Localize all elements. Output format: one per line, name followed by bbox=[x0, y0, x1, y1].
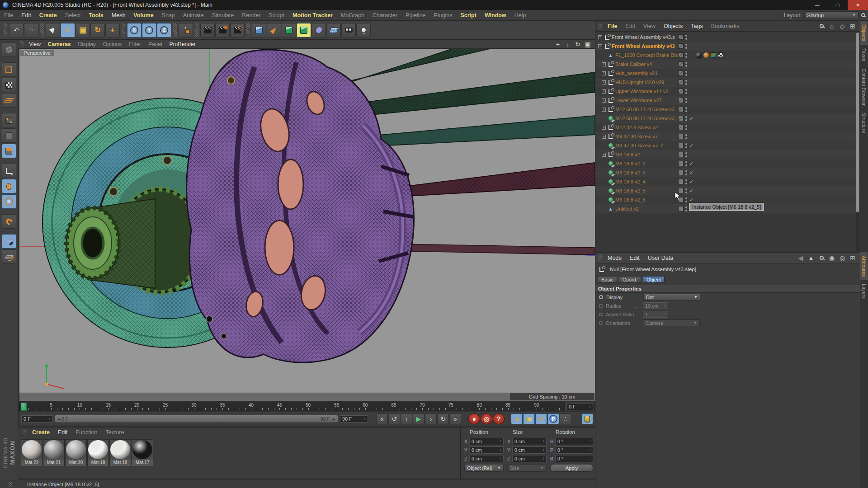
align-workplane-icon[interactable] bbox=[2, 249, 16, 264]
stepper-icon[interactable]: ↕ bbox=[589, 456, 591, 460]
attr-dropdown-display[interactable]: Dot▼ bbox=[643, 294, 700, 300]
texture-tag-icon[interactable] bbox=[696, 52, 702, 58]
menu-item-mode[interactable]: Mode bbox=[604, 255, 626, 261]
tree-row-m6-18-8-v2-2[interactable]: M6 18 8 v2_2✓ bbox=[595, 159, 860, 168]
menu-item-edit[interactable]: Edit bbox=[17, 12, 35, 19]
tree-row-front-wheel-assembly-v43-step[interactable]: -Front Wheel Assembly v43.step bbox=[595, 42, 860, 51]
menu-item-animate[interactable]: Animate bbox=[179, 12, 208, 19]
expand-toggle[interactable]: + bbox=[598, 35, 602, 39]
layer-square[interactable] bbox=[678, 116, 684, 121]
key-rotation-toggle[interactable]: ↻ bbox=[535, 413, 547, 424]
current-frame-field[interactable]: 0 F ↕ bbox=[21, 415, 53, 422]
coord-mode-dropdown-size[interactable]: Size▼ bbox=[507, 464, 547, 472]
camera-icon[interactable] bbox=[341, 23, 356, 38]
attr-field-aspect-ratio[interactable]: 1↕ bbox=[643, 311, 668, 318]
layer-square[interactable] bbox=[678, 179, 684, 184]
stepper-icon[interactable]: ↕ bbox=[542, 456, 544, 460]
tree-row-f1-1000-concept-brake-disc-v7[interactable]: ▲F1_1000 Concept Brake Disc v7 bbox=[595, 51, 860, 60]
minimize-button[interactable]: — bbox=[807, 0, 827, 10]
y-axis-lock-icon[interactable]: Y bbox=[142, 23, 156, 38]
tree-row-lower-wishbone-v27[interactable]: +Lower Wishbone v27 bbox=[595, 96, 860, 105]
apply-button[interactable]: Apply bbox=[550, 464, 593, 472]
keyframe-presets-button[interactable] bbox=[581, 413, 593, 424]
tree-row-m9-47-30-screw-v7-2[interactable]: M9 47 30 Screw v7_2✓ bbox=[595, 141, 860, 150]
tree-row-brake-caliper-v4[interactable]: +Brake Caliper v4 bbox=[595, 60, 860, 69]
menu-item-prorender[interactable]: ProRender bbox=[166, 41, 199, 47]
expand-toggle[interactable]: + bbox=[602, 153, 606, 157]
panel-grip[interactable] bbox=[23, 430, 26, 435]
visibility-dots[interactable] bbox=[685, 80, 687, 85]
stepper-icon[interactable]: ↕ bbox=[589, 404, 591, 409]
coord-field-rotation-h[interactable]: 0 °↕ bbox=[555, 438, 593, 445]
menu-item-edit[interactable]: Edit bbox=[626, 255, 644, 261]
menu-item-motion-tracker[interactable]: Motion Tracker bbox=[288, 12, 337, 19]
layer-square[interactable] bbox=[678, 152, 684, 157]
enable-axis-icon[interactable] bbox=[2, 164, 16, 178]
goto-start-button[interactable]: « bbox=[376, 413, 388, 424]
toolbar-grip[interactable] bbox=[122, 23, 125, 37]
object-manager-scrollbar[interactable] bbox=[856, 33, 859, 251]
timeline-ruler[interactable]: 0 F ↕ 0510152025303540455055606570758085… bbox=[19, 402, 595, 411]
coord-field-position-z[interactable]: 0 cm↕ bbox=[469, 455, 504, 462]
visibility-dots[interactable] bbox=[685, 125, 687, 130]
material-mat-17[interactable]: Mat.17 bbox=[132, 439, 153, 466]
timeline-range-slider[interactable]: ◂ 0 F 90 F ▸ bbox=[55, 415, 338, 423]
tree-row-m6-18-8-v2-4[interactable]: M6 18 8 v2_4✓ bbox=[595, 177, 860, 186]
tree-row-hub-upright-v2-0-v29[interactable]: +HUB Upright V2.0 v29 bbox=[595, 78, 860, 87]
layout-dropdown[interactable]: Startup ▼ bbox=[804, 11, 859, 19]
visibility-dots[interactable] bbox=[685, 62, 687, 67]
keyframe-help-button[interactable]: ? bbox=[493, 413, 505, 424]
tab-coord[interactable]: Coord. bbox=[619, 276, 641, 283]
menu-item-select[interactable]: Select bbox=[61, 12, 85, 19]
spline-pen-icon[interactable] bbox=[267, 23, 281, 38]
menu-item-cameras[interactable]: Cameras bbox=[44, 41, 75, 47]
panel-grip[interactable] bbox=[598, 255, 602, 261]
tree-row-m12-50-80-17-40-screw-v3-2[interactable]: M12 50.80 17.40 Screw v3_2✓ bbox=[595, 114, 860, 123]
coord-field-position-x[interactable]: 0 cm↕ bbox=[469, 438, 504, 445]
undo-icon[interactable]: ↶ bbox=[9, 23, 24, 38]
last-tool-icon[interactable]: + bbox=[105, 23, 120, 38]
menu-item-render[interactable]: Render bbox=[238, 12, 264, 19]
expand-toggle[interactable]: + bbox=[602, 71, 606, 75]
expand-toggle[interactable]: - bbox=[598, 44, 602, 48]
end-frame-field[interactable]: 90 F ↕ bbox=[340, 415, 368, 422]
menu-item-help[interactable]: Help bbox=[510, 12, 530, 19]
coord-field-size-y[interactable]: 0 cm↕ bbox=[512, 446, 547, 454]
expand-toggle[interactable]: + bbox=[602, 62, 606, 66]
stepper-icon[interactable]: ↕ bbox=[500, 448, 501, 452]
toolbar-grip[interactable] bbox=[40, 23, 44, 37]
edges-mode-icon[interactable] bbox=[2, 128, 16, 143]
om-search-icon[interactable] bbox=[818, 23, 825, 29]
make-editable-icon[interactable] bbox=[2, 42, 16, 57]
close-button[interactable]: ✕ bbox=[848, 0, 868, 10]
enabled-check-icon[interactable]: ✓ bbox=[689, 188, 693, 194]
visibility-dots[interactable] bbox=[685, 53, 687, 58]
tab-basic[interactable]: Basic bbox=[598, 276, 617, 283]
menu-item-volume[interactable]: Volume bbox=[129, 12, 157, 19]
visibility-dots[interactable] bbox=[685, 89, 687, 94]
layer-square[interactable] bbox=[678, 89, 684, 94]
tree-row-m12-32-8-screw-v2[interactable]: +M12 32 8 Screw v2 bbox=[595, 123, 860, 132]
layer-square[interactable] bbox=[678, 170, 684, 175]
vp-rotate-icon[interactable]: ↻ bbox=[574, 41, 581, 47]
render-view-icon[interactable] bbox=[200, 23, 215, 38]
phong-tag-icon[interactable] bbox=[703, 52, 709, 58]
visibility-dots[interactable] bbox=[685, 44, 687, 49]
attr-field-radius[interactable]: 10 cm↕ bbox=[643, 302, 668, 309]
om-home-icon[interactable]: ⌂ bbox=[828, 23, 835, 29]
render-settings-icon[interactable] bbox=[230, 23, 245, 38]
menu-item-tags[interactable]: Tags bbox=[687, 23, 707, 29]
toolbar-grip[interactable] bbox=[4, 23, 7, 37]
menu-item-mesh[interactable]: Mesh bbox=[108, 12, 130, 19]
goto-end-button[interactable]: » bbox=[449, 413, 461, 424]
z-axis-lock-icon[interactable]: Z bbox=[157, 23, 171, 38]
autokey-button[interactable]: ◎ bbox=[481, 413, 492, 424]
material-mat-18[interactable]: Mat.18 bbox=[109, 439, 131, 466]
visibility-dots[interactable] bbox=[685, 116, 687, 121]
menu-item-texture[interactable]: Texture bbox=[101, 429, 128, 436]
animate-parameter-icon[interactable] bbox=[599, 313, 603, 316]
toolbar-grip[interactable] bbox=[246, 23, 250, 37]
coord-field-size-z[interactable]: 0 cm↕ bbox=[512, 455, 547, 462]
simplify-tool-icon[interactable]: S bbox=[2, 194, 16, 209]
stepper-icon[interactable]: ↕ bbox=[500, 456, 501, 460]
